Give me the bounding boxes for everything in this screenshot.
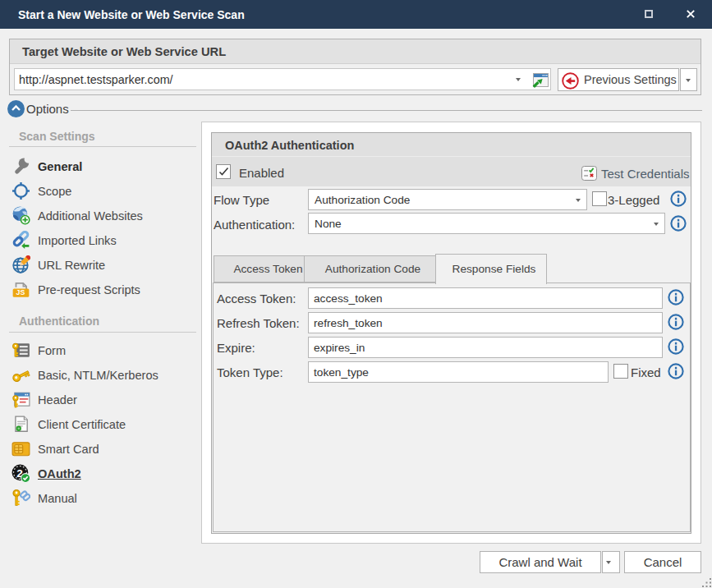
svg-text:JS: JS	[16, 288, 25, 296]
